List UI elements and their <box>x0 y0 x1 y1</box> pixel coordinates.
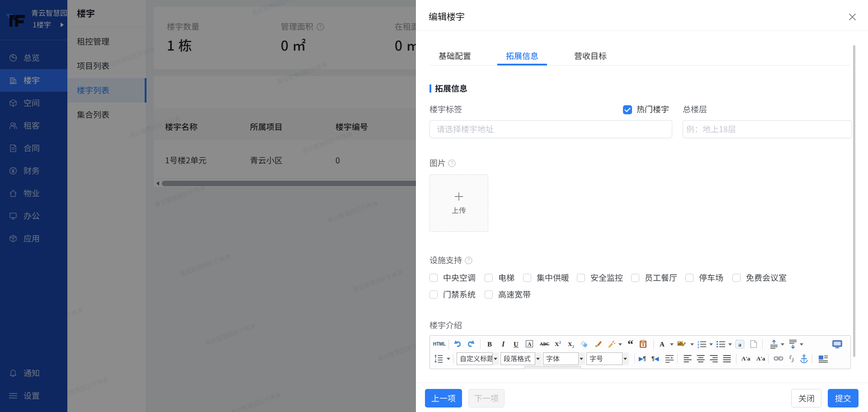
svg-text:3: 3 <box>698 346 699 348</box>
svg-text:ab: ab <box>678 342 683 346</box>
svg-text:a: a <box>738 341 741 348</box>
svg-text:T: T <box>642 342 644 347</box>
svg-text:?: ? <box>451 161 453 166</box>
svg-text:?: ? <box>467 258 470 263</box>
